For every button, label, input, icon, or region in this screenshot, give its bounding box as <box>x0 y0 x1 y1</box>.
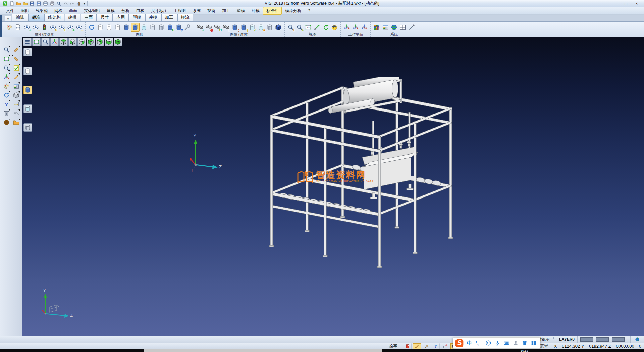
validate-check-icon[interactable] <box>12 64 20 72</box>
grip-handle[interactable] <box>553 337 555 341</box>
cyl-wire-icon[interactable] <box>23 123 32 132</box>
menu-item-标准件[interactable]: 标准件 <box>263 7 282 15</box>
notebook-red-icon[interactable] <box>404 343 412 349</box>
pen-slant-icon[interactable] <box>407 23 416 32</box>
tab-冲模[interactable]: 冲模 <box>145 14 161 21</box>
lock-label[interactable]: 拴牢 <box>389 343 397 349</box>
grid-settings-icon[interactable] <box>398 23 407 32</box>
menu-item-加工[interactable]: 加工 <box>219 7 233 15</box>
workplane-axis-icon[interactable] <box>50 38 59 46</box>
zoom-plus-icon[interactable]: + <box>2 64 10 72</box>
zoom-window-icon[interactable] <box>2 55 10 63</box>
shaded-plusminus-icon[interactable]: ± <box>222 23 230 32</box>
zoom-plusminus-icon[interactable]: ± <box>286 23 295 32</box>
grid-apps-icon[interactable] <box>530 339 537 347</box>
viewport-3d[interactable]: Y Z J Y Z 智 <box>22 37 644 336</box>
visibility-plus-icon[interactable]: + <box>66 23 75 32</box>
menu-item-模流分析[interactable]: 模流分析 <box>282 7 305 15</box>
menu-item-视窗[interactable]: 视窗 <box>204 7 219 15</box>
open-folder-icon[interactable] <box>15 1 21 7</box>
tab-标准[interactable]: 标准 <box>28 14 44 21</box>
redo-icon[interactable] <box>69 1 75 7</box>
tab-应用[interactable]: 应用 <box>113 14 129 21</box>
mic-icon[interactable] <box>494 339 501 347</box>
color-swatch[interactable] <box>612 337 625 342</box>
measure-icon[interactable] <box>12 100 20 108</box>
macro-tool-icon[interactable] <box>76 1 82 7</box>
visibility-minus-icon[interactable]: − <box>75 23 84 32</box>
cyl-blue-icon[interactable] <box>122 23 131 32</box>
cyl-check-icon[interactable]: ✓ <box>248 23 257 32</box>
visibility-refresh-icon[interactable]: ↻ <box>49 23 57 32</box>
page-edit-icon[interactable] <box>413 343 421 349</box>
zoom-extents-icon[interactable] <box>32 38 41 46</box>
navigator-wheel-icon[interactable] <box>2 118 10 126</box>
color-swatch[interactable] <box>596 337 609 342</box>
shaded-add-icon[interactable]: + <box>196 23 204 32</box>
cyl-copy-icon[interactable]: ⇄ <box>174 23 183 32</box>
palette-filter-icon[interactable] <box>5 23 14 32</box>
person-icon[interactable] <box>512 339 519 347</box>
cyl-outline-icon[interactable] <box>23 67 32 75</box>
cyl-wire-icon[interactable] <box>157 23 166 32</box>
workplane-axis-icon[interactable] <box>2 73 10 81</box>
snap-box-icon[interactable] <box>441 343 449 349</box>
zoom-previous-icon[interactable] <box>313 23 321 32</box>
layer-label[interactable]: LAYER0 <box>559 337 575 342</box>
tab-dropdown-button[interactable]: ▾ <box>5 16 11 21</box>
print-icon[interactable] <box>49 1 55 7</box>
view-cube-front-icon[interactable] <box>68 38 77 46</box>
close-button[interactable]: × <box>634 1 639 6</box>
tab-建模[interactable]: 建模 <box>65 14 80 21</box>
minimize-button[interactable]: ─ <box>612 1 618 6</box>
tab-曲面[interactable]: 曲面 <box>81 14 97 21</box>
view-cube-back-icon[interactable] <box>87 38 95 46</box>
preview-icon[interactable] <box>56 1 62 7</box>
tab-编辑[interactable]: 编辑 <box>12 14 28 21</box>
shaded-cube-icon[interactable] <box>274 23 283 32</box>
sogou-logo-icon[interactable] <box>454 338 464 348</box>
rotate-view-icon[interactable] <box>321 23 330 32</box>
tab-尺寸[interactable]: 尺寸 <box>97 14 113 21</box>
menu-item-?[interactable]: ? <box>305 8 314 14</box>
maximize-button[interactable]: □ <box>623 1 629 6</box>
doc-eye-icon[interactable] <box>14 23 22 32</box>
save-copy-icon[interactable] <box>42 1 48 7</box>
menu-item-塑模[interactable]: 塑模 <box>233 7 248 15</box>
menu-item-冲模[interactable]: 冲模 <box>248 7 263 15</box>
cyl-wire-icon[interactable] <box>265 23 274 32</box>
undo-icon[interactable] <box>62 1 68 7</box>
cyl-striped-icon[interactable]: ‖ <box>239 23 248 32</box>
color-grid-icon[interactable] <box>372 23 381 32</box>
solid-cube-icon[interactable] <box>12 91 20 99</box>
cyl-refresh-icon[interactable]: ↻ <box>166 23 174 32</box>
cad-model[interactable] <box>262 77 476 269</box>
cyl-clip-icon[interactable]: ▪ <box>257 23 265 32</box>
cyl-blue-icon[interactable] <box>23 86 32 94</box>
shaded-traffic-icon[interactable]: ● <box>204 23 213 32</box>
tab-加工[interactable]: 加工 <box>161 14 177 21</box>
emoji-face-icon[interactable] <box>485 339 492 347</box>
tab-模流[interactable]: 模流 <box>177 14 193 21</box>
globe-icon[interactable] <box>390 23 398 32</box>
taskbar-window-segment[interactable] <box>144 349 382 352</box>
shaded-refresh-icon[interactable]: ↻ <box>213 23 222 32</box>
cyl-outline-icon[interactable] <box>23 48 32 56</box>
zoom-dynamic-icon[interactable] <box>2 46 10 54</box>
tool-axe-icon[interactable] <box>422 343 430 349</box>
cyl-outline-icon[interactable] <box>105 23 113 32</box>
spline-edit-icon[interactable] <box>12 55 20 63</box>
color-window-icon[interactable] <box>381 23 390 32</box>
cyl-light-icon[interactable] <box>140 23 148 32</box>
color-swatch[interactable] <box>580 337 593 342</box>
delete-trash-icon[interactable] <box>2 109 10 117</box>
attributes-palette-icon[interactable] <box>2 82 10 90</box>
zoom-dynamic-icon[interactable] <box>41 38 50 46</box>
view-menu-icon[interactable] <box>23 38 32 46</box>
visibility-remove-icon[interactable]: − <box>31 23 40 32</box>
text-glyph[interactable]: 中 <box>466 339 473 347</box>
cyl-outline-icon[interactable] <box>113 23 122 32</box>
window-layout-icon[interactable] <box>12 82 20 90</box>
visibility-add-icon[interactable]: + <box>22 23 31 32</box>
tab-塑膜[interactable]: 塑膜 <box>129 14 145 21</box>
